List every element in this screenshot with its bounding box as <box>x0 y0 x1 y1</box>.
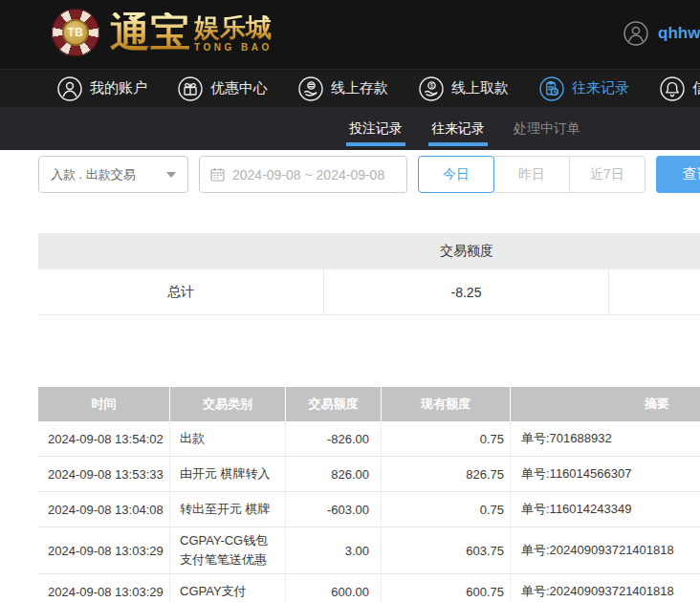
col-header-category: 交易类别 <box>170 387 286 421</box>
yesterday-button[interactable]: 昨日 <box>493 156 570 193</box>
calendar-icon <box>210 167 225 182</box>
avatar-icon <box>623 21 648 46</box>
main-nav: 我的账户 优惠中心 线上存款 <box>0 69 700 107</box>
table-row: 2024-09-08 13:03:29 CGPAY-CG钱包支付笔笔送优惠 3.… <box>38 527 700 574</box>
records-icon <box>539 76 564 101</box>
summary-table: 交易额度 总计 -8.25 <box>38 233 700 315</box>
col-header-balance: 现有额度 <box>382 387 511 421</box>
cell-category: 由开元 棋牌转入 <box>170 457 286 491</box>
cell-time: 2024-09-08 13:04:08 <box>38 492 170 527</box>
cell-time: 2024-09-08 13:54:02 <box>38 421 170 456</box>
nav-label: 线上取款 <box>451 79 509 97</box>
nav-item-my-account[interactable]: 我的账户 <box>57 76 147 101</box>
brand-name-latin: TONG BAO <box>194 42 273 53</box>
nav-label: 线上存款 <box>331 79 388 97</box>
summary-empty-cell <box>609 269 700 314</box>
nav-item-deposit[interactable]: 线上存款 <box>298 76 388 101</box>
brand-text: 通宝 娱乐城 TONG BAO <box>110 12 273 53</box>
cell-amount: 826.00 <box>286 457 382 491</box>
cell-balance: 826.75 <box>382 457 511 491</box>
summary-total-row: 总计 -8.25 <box>38 269 700 315</box>
content-area: 入款 . 出款交易 2024-09-08 ~ 2024-09-08 今日 昨日 … <box>0 156 700 602</box>
cell-time: 2024-09-08 13:53:33 <box>38 457 170 491</box>
summary-header-row: 交易额度 <box>38 233 700 269</box>
nav-item-withdraw[interactable]: $ 线上取款 <box>419 76 509 101</box>
summary-total-label: 总计 <box>38 269 324 314</box>
user-icon <box>57 76 82 101</box>
cell-amount: -603.00 <box>286 492 382 527</box>
transaction-type-value: 入款 . 出款交易 <box>51 166 166 183</box>
col-header-amount: 交易额度 <box>286 387 382 421</box>
cell-balance: 603.75 <box>382 527 511 573</box>
withdraw-icon: $ <box>419 76 444 101</box>
cell-balance: 600.75 <box>382 574 511 602</box>
cell-balance: 0.75 <box>382 421 511 456</box>
tab-transaction-records[interactable]: 往来记录 <box>431 107 485 150</box>
page: TB 通宝 娱乐城 TONG BAO qhhwa <box>0 0 700 602</box>
nav-label: 往来记录 <box>572 79 629 97</box>
brand-name-secondary: 娱乐城 <box>194 15 272 41</box>
date-range-value: 2024-09-08 ~ 2024-09-08 <box>232 167 384 183</box>
transaction-type-select[interactable]: 入款 . 出款交易 <box>38 156 188 193</box>
table-header-row: 时间 交易类别 交易额度 现有额度 摘要 <box>38 387 700 421</box>
nav-item-transactions[interactable]: 往来记录 <box>539 76 629 101</box>
tab-pending-orders[interactable]: 处理中订单 <box>514 107 580 150</box>
table-row: 2024-09-08 13:03:29 CGPAY支付 600.00 600.7… <box>38 574 700 602</box>
summary-total-value: -8.25 <box>324 269 609 314</box>
cell-category: 转出至开元 棋牌 <box>170 492 286 527</box>
cell-time: 2024-09-08 13:03:29 <box>38 574 170 602</box>
tab-label: 往来记录 <box>431 120 485 138</box>
cell-amount: 3.00 <box>286 527 382 573</box>
date-range-picker[interactable]: 2024-09-08 ~ 2024-09-08 <box>199 156 407 193</box>
cell-summary: 单号:202409093721401818 <box>511 527 700 573</box>
nav-label: 信息 <box>692 79 700 97</box>
quick-range-group: 今日 昨日 近7日 <box>418 156 645 193</box>
today-button[interactable]: 今日 <box>418 156 494 193</box>
chevron-down-icon <box>166 172 176 178</box>
nav-item-promotions[interactable]: 优惠中心 <box>178 76 268 101</box>
transactions-table: 时间 交易类别 交易额度 现有额度 摘要 2024-09-08 13:54:02… <box>38 387 700 602</box>
cell-category: CGPAY-CG钱包支付笔笔送优惠 <box>170 527 286 573</box>
col-header-summary: 摘要 <box>511 387 700 421</box>
cell-category: 出款 <box>170 421 286 456</box>
tab-label: 处理中订单 <box>514 120 580 138</box>
table-row: 2024-09-08 13:04:08 转出至开元 棋牌 -603.00 0.7… <box>38 492 700 527</box>
username: qhhwa <box>658 24 700 43</box>
nav-item-messages[interactable]: 信息 <box>660 76 700 101</box>
filter-row: 入款 . 出款交易 2024-09-08 ~ 2024-09-08 今日 昨日 … <box>38 156 700 193</box>
last7days-button[interactable]: 近7日 <box>569 156 645 193</box>
cell-category: CGPAY支付 <box>170 574 286 602</box>
brand-name-primary: 通宝 <box>110 12 190 53</box>
cell-time: 2024-09-08 13:03:29 <box>38 527 170 573</box>
cell-amount: -826.00 <box>286 421 382 456</box>
cell-amount: 600.00 <box>286 574 382 602</box>
nav-label: 我的账户 <box>90 79 147 97</box>
table-row: 2024-09-08 13:53:33 由开元 棋牌转入 826.00 826.… <box>38 457 700 492</box>
casino-chip-icon: TB <box>52 9 99 56</box>
top-header: TB 通宝 娱乐城 TONG BAO qhhwa <box>0 0 700 69</box>
bell-icon <box>660 76 685 101</box>
summary-header-amount: 交易额度 <box>324 243 609 260</box>
table-row: 2024-09-08 13:54:02 出款 -826.00 0.75 单号:7… <box>38 421 700 457</box>
cell-summary: 单号:116014243349 <box>511 492 700 527</box>
cell-summary: 单号:701688932 <box>511 421 700 456</box>
deposit-icon <box>298 76 323 101</box>
search-button[interactable]: 查询 <box>656 156 700 193</box>
tab-betting-records[interactable]: 投注记录 <box>349 107 403 150</box>
cell-summary: 单号:202409093721401818 <box>511 574 700 602</box>
nav-label: 优惠中心 <box>210 79 268 97</box>
chip-tb-label: TB <box>62 19 89 46</box>
record-tabs: 投注记录 往来记录 处理中订单 <box>0 107 700 150</box>
gift-icon <box>178 76 203 101</box>
cell-summary: 单号:116014566307 <box>511 457 700 491</box>
tab-label: 投注记录 <box>349 120 403 138</box>
cell-balance: 0.75 <box>382 492 511 527</box>
svg-text:$: $ <box>430 81 434 88</box>
brand-logo[interactable]: TB 通宝 娱乐城 TONG BAO <box>52 9 273 56</box>
user-account[interactable]: qhhwa <box>623 21 700 46</box>
col-header-time: 时间 <box>38 387 170 421</box>
